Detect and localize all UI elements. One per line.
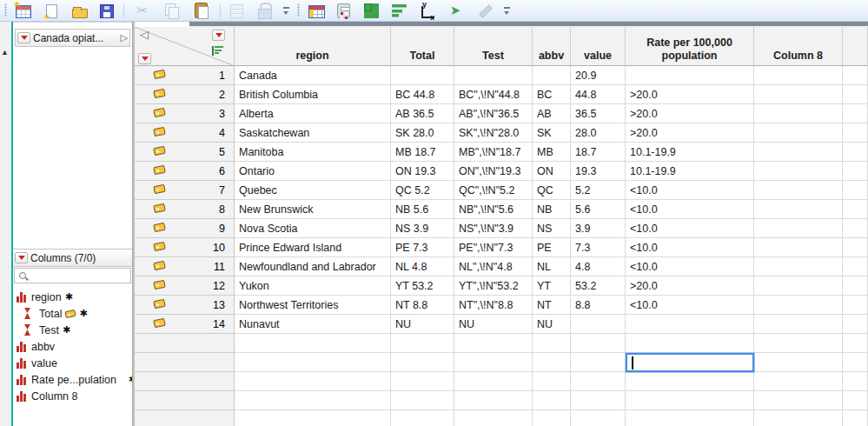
grid-cell[interactable]: ON bbox=[533, 162, 571, 181]
grid-cell[interactable]: 20.9 bbox=[571, 66, 626, 85]
row-header[interactable]: 6 bbox=[135, 162, 235, 181]
properties-icon[interactable] bbox=[230, 4, 243, 18]
grid-cell[interactable]: YT",\!N"53.2 bbox=[454, 276, 533, 296]
grid-cell[interactable] bbox=[533, 353, 571, 372]
disclosure-icon[interactable]: ▷ bbox=[121, 32, 128, 43]
grid-cell[interactable] bbox=[843, 200, 868, 219]
grid-cell[interactable]: BC bbox=[533, 85, 571, 104]
grid-cell[interactable] bbox=[454, 372, 533, 391]
grid-cell[interactable]: <10.0 bbox=[626, 200, 754, 219]
grid-cell[interactable] bbox=[843, 162, 868, 181]
row-header[interactable] bbox=[135, 410, 235, 426]
grid-cell[interactable] bbox=[571, 372, 626, 391]
row-header[interactable] bbox=[135, 372, 235, 391]
grid-cell[interactable]: NB",\!N"5.6 bbox=[454, 200, 533, 219]
dock-collapse-icon[interactable]: ▲ bbox=[1, 48, 9, 57]
grid-cell[interactable] bbox=[754, 200, 843, 219]
grid-cell[interactable]: NU bbox=[454, 315, 533, 334]
grid-cell[interactable]: >20.0 bbox=[626, 85, 754, 104]
grid-cell[interactable] bbox=[843, 104, 868, 123]
row-header[interactable]: 13 bbox=[135, 296, 235, 315]
grid-cell[interactable]: NT 8.8 bbox=[391, 296, 454, 315]
grid-cell[interactable]: NT bbox=[533, 296, 571, 315]
rows-menu-button[interactable] bbox=[138, 53, 151, 64]
grid-cell[interactable] bbox=[571, 391, 626, 410]
grid-cell[interactable] bbox=[843, 315, 868, 334]
grid-cell[interactable]: 44.8 bbox=[571, 85, 626, 104]
grid-cell[interactable] bbox=[843, 238, 868, 257]
grid-cell[interactable] bbox=[454, 391, 533, 410]
grid-cell[interactable]: Manitoba bbox=[235, 143, 391, 162]
grid-cell[interactable] bbox=[626, 315, 754, 334]
grid-cell[interactable]: PE",\!N"7.3 bbox=[454, 238, 533, 257]
grid-cell[interactable] bbox=[626, 391, 754, 410]
grid-cell[interactable]: British Columbia bbox=[235, 85, 391, 104]
grid-cell[interactable]: QC 5.2 bbox=[391, 181, 454, 200]
grid-cell[interactable] bbox=[391, 410, 454, 426]
grid-cell[interactable] bbox=[533, 391, 571, 410]
new-script-icon[interactable] bbox=[46, 4, 57, 18]
row-header[interactable]: 12 bbox=[135, 276, 235, 296]
grid-cell[interactable] bbox=[843, 85, 868, 104]
grid-cell[interactable]: MB bbox=[533, 143, 571, 162]
column-arrange-icon[interactable] bbox=[212, 46, 224, 56]
column-header[interactable]: Column 8 bbox=[754, 27, 843, 66]
grid-cell[interactable]: Newfoundland and Labrador bbox=[235, 257, 391, 276]
graph-bars-icon[interactable] bbox=[392, 2, 409, 19]
grid-cell[interactable] bbox=[754, 353, 843, 372]
grid-cell[interactable]: Alberta bbox=[235, 104, 391, 123]
grid-cell[interactable] bbox=[533, 410, 571, 426]
table-menu-button[interactable] bbox=[17, 32, 30, 43]
grid-cell[interactable] bbox=[754, 162, 843, 181]
grid-cell[interactable]: 53.2 bbox=[571, 276, 626, 296]
collapse-columns-icon[interactable]: ◁ bbox=[140, 28, 149, 41]
grid-cell[interactable]: <10.0 bbox=[626, 296, 754, 315]
grid-cell[interactable]: 36.5 bbox=[571, 104, 626, 123]
grid-cell[interactable]: Yukon bbox=[235, 276, 391, 296]
grid-cell[interactable]: ON 19.3 bbox=[391, 162, 454, 181]
grid-cell[interactable]: 18.7 bbox=[571, 143, 626, 162]
grid-cell[interactable]: 5.6 bbox=[571, 200, 626, 219]
grid-cell[interactable]: <10.0 bbox=[626, 238, 754, 257]
grid-cell[interactable] bbox=[754, 181, 843, 200]
grid-cell[interactable]: >20.0 bbox=[626, 276, 754, 296]
grid-cell[interactable]: Canada bbox=[235, 66, 391, 85]
column-header[interactable]: abbv bbox=[533, 27, 571, 66]
edit-icon[interactable] bbox=[476, 2, 494, 19]
row-header[interactable]: 3 bbox=[135, 104, 235, 123]
grid-cell[interactable]: SK bbox=[533, 123, 571, 143]
grid-cell[interactable]: 7.3 bbox=[571, 238, 626, 257]
grid-cell[interactable] bbox=[754, 391, 843, 410]
grid-cell[interactable]: NL 4.8 bbox=[391, 257, 454, 276]
grid-cell[interactable] bbox=[235, 334, 391, 353]
row-header[interactable]: 14 bbox=[135, 315, 235, 334]
grid-cell[interactable] bbox=[754, 219, 843, 238]
column-list-item[interactable]: value bbox=[13, 355, 132, 371]
grid-cell[interactable] bbox=[626, 410, 754, 426]
grid-cell[interactable]: MB",\!N"18.7 bbox=[454, 143, 533, 162]
grid-cell[interactable]: 4.8 bbox=[571, 257, 626, 276]
grid-cell[interactable]: AB bbox=[533, 104, 571, 123]
grid-cell[interactable]: 19.3 bbox=[571, 162, 626, 181]
grid-cell[interactable] bbox=[235, 372, 391, 391]
column-header[interactable]: Total bbox=[391, 27, 454, 66]
column-header[interactable]: value bbox=[571, 27, 626, 66]
grid-cell[interactable]: <10.0 bbox=[626, 219, 754, 238]
lock-icon[interactable] bbox=[255, 2, 273, 19]
grid-cell[interactable]: BC",\!N"44.8 bbox=[454, 85, 533, 104]
row-header[interactable]: 1 bbox=[135, 66, 235, 85]
grid-cell[interactable] bbox=[533, 66, 571, 85]
grid-cell[interactable] bbox=[843, 353, 868, 372]
grid-cell[interactable] bbox=[533, 334, 571, 353]
grid-cell[interactable] bbox=[626, 66, 754, 85]
grid-cell[interactable]: 10.1-19.9 bbox=[626, 143, 754, 162]
columns-menu-button[interactable] bbox=[212, 30, 225, 41]
grid-cell[interactable] bbox=[843, 219, 868, 238]
toolbar-overflow-button[interactable] bbox=[282, 4, 291, 17]
grid-cell[interactable]: MB 18.7 bbox=[391, 143, 454, 162]
row-header[interactable]: 11 bbox=[135, 257, 235, 276]
row-header[interactable]: 2 bbox=[135, 85, 235, 104]
grid-cell[interactable] bbox=[754, 334, 843, 353]
grid-cell[interactable]: <10.0 bbox=[626, 181, 754, 200]
grid-cell[interactable] bbox=[843, 123, 868, 143]
